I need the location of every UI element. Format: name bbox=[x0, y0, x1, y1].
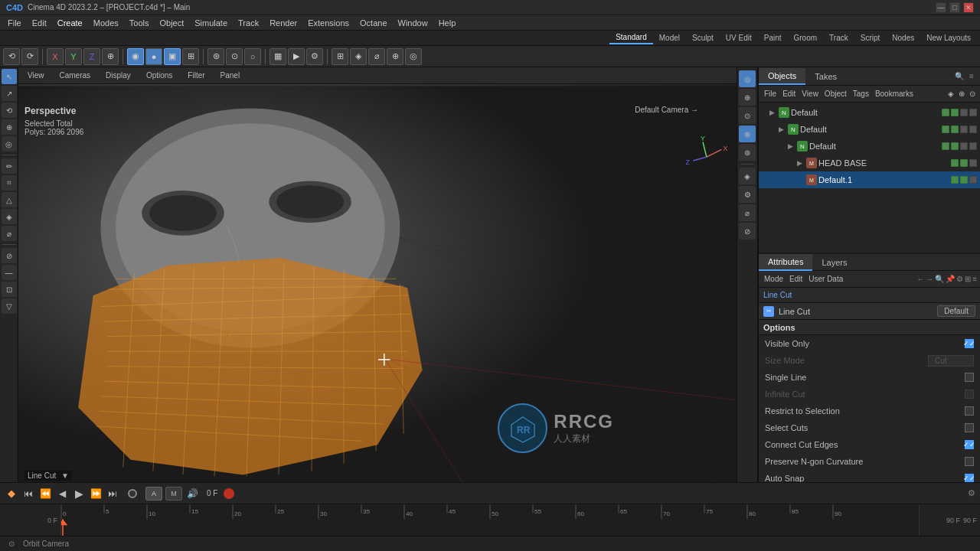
tab-layers[interactable]: Layers bbox=[812, 255, 856, 270]
attr-pin-icon[interactable]: 📌 bbox=[946, 275, 955, 283]
objects-menu-file[interactable]: File bbox=[762, 90, 779, 98]
menu-help[interactable]: Help bbox=[434, 17, 461, 29]
grab-tool[interactable]: ▽ bbox=[2, 298, 17, 314]
object-row-default-5[interactable]: M Default.1 bbox=[759, 171, 980, 188]
play-button[interactable]: ▶ bbox=[72, 487, 86, 500]
obj-sq-2[interactable] bbox=[969, 126, 977, 133]
obj-lock-1[interactable] bbox=[960, 109, 968, 116]
objects-menu-edit[interactable]: Edit bbox=[780, 90, 798, 98]
attr-expand-icon[interactable]: ⊞ bbox=[965, 275, 971, 283]
attr-menu-icon[interactable]: ≡ bbox=[972, 275, 977, 283]
bridge-tool[interactable]: ⌗ bbox=[2, 175, 17, 191]
record-button[interactable] bbox=[126, 487, 139, 500]
layout-paint[interactable]: Paint bbox=[758, 32, 788, 44]
layout-groom[interactable]: Groom bbox=[788, 32, 824, 44]
obj-sq-1[interactable] bbox=[969, 109, 977, 116]
smooth-tool[interactable]: ⊡ bbox=[2, 282, 17, 297]
display-button[interactable]: ○ bbox=[244, 48, 261, 65]
obj-vis-3[interactable] bbox=[942, 142, 949, 150]
obj-lock-2[interactable] bbox=[960, 126, 968, 133]
vp-menu-cameras[interactable]: Cameras bbox=[55, 70, 96, 81]
layout-uvedit[interactable]: UV Edit bbox=[720, 32, 758, 44]
layout-nodes[interactable]: Nodes bbox=[886, 32, 920, 44]
rs-options[interactable]: ⚙ bbox=[739, 186, 756, 203]
menu-create[interactable]: Create bbox=[53, 17, 87, 29]
layout-standard[interactable]: Standard bbox=[609, 31, 653, 44]
breadcrumb-linecut[interactable]: Line Cut bbox=[763, 291, 792, 299]
opt-check-connect-edges[interactable]: ✓ bbox=[965, 440, 974, 449]
opt-check-visible-only[interactable]: ✓ bbox=[965, 339, 974, 348]
object-row-default-3[interactable]: ▶ N Default bbox=[759, 138, 980, 155]
vp-menu-options[interactable]: Options bbox=[142, 70, 177, 81]
objects-menu-bookmarks[interactable]: Bookmarks bbox=[873, 90, 916, 98]
menu-tools[interactable]: Tools bbox=[125, 17, 154, 29]
object-row-default-1[interactable]: ▶ N Default bbox=[759, 104, 980, 121]
opt-check-restrict[interactable] bbox=[965, 406, 974, 416]
layout-model[interactable]: Model bbox=[653, 32, 686, 44]
scale-tool[interactable]: ⊕ bbox=[2, 119, 17, 135]
coord-button[interactable]: ⊕ bbox=[102, 48, 119, 65]
next-frame-button[interactable]: ⏩ bbox=[89, 487, 103, 500]
obj-render-headbase[interactable] bbox=[960, 159, 968, 167]
select-tool[interactable]: ↖ bbox=[2, 69, 17, 84]
obj-lock-headbase[interactable] bbox=[969, 159, 977, 167]
panel-search-icon[interactable]: 🔍 bbox=[954, 71, 965, 82]
settings-button[interactable]: ⚙ bbox=[306, 48, 323, 65]
timeline-track-area[interactable]: 0 F 0 5 10 15 20 bbox=[0, 504, 980, 536]
animate-mode-button[interactable]: A bbox=[145, 487, 162, 500]
go-start-button[interactable]: ⏮ bbox=[21, 487, 35, 500]
render-button[interactable]: ▦ bbox=[270, 48, 286, 65]
menu-simulate[interactable]: Simulate bbox=[190, 17, 232, 29]
attr-settings-icon[interactable]: ⚙ bbox=[956, 275, 963, 283]
minimize-button[interactable]: — bbox=[936, 2, 946, 13]
obj-vis-headbase[interactable] bbox=[951, 159, 959, 167]
objects-menu-object[interactable]: Object bbox=[822, 90, 849, 98]
close-button[interactable]: ✕ bbox=[963, 2, 974, 13]
axis-y-button[interactable]: Y bbox=[65, 48, 82, 65]
objects-icon-1[interactable]: ◈ bbox=[946, 90, 956, 98]
move-tool[interactable]: ↗ bbox=[2, 86, 17, 101]
keyframe-button[interactable]: ◆ bbox=[5, 487, 18, 500]
menu-window[interactable]: Window bbox=[394, 17, 433, 29]
menu-modes[interactable]: Modes bbox=[89, 17, 123, 29]
attr-menu-mode[interactable]: Mode bbox=[762, 275, 786, 283]
obj-render-1[interactable] bbox=[951, 109, 959, 116]
obj-lock-5[interactable] bbox=[969, 176, 977, 184]
extrude-tool[interactable]: ◈ bbox=[2, 209, 17, 224]
vp-menu-filter[interactable]: Filter bbox=[183, 70, 209, 81]
poly-pen-tool[interactable]: ✏ bbox=[2, 158, 17, 174]
go-end-button[interactable]: ⏭ bbox=[106, 487, 119, 500]
bevel-tool[interactable]: ⌀ bbox=[2, 226, 17, 241]
timeline-settings[interactable]: ⚙ bbox=[968, 488, 975, 498]
opt-check-select-cuts[interactable] bbox=[965, 423, 974, 432]
attr-menu-userdata[interactable]: User Data bbox=[806, 275, 845, 283]
vp-menu-view[interactable]: View bbox=[23, 70, 49, 81]
menu-extensions[interactable]: Extensions bbox=[303, 17, 354, 29]
obj-vis-5[interactable] bbox=[951, 176, 959, 184]
vp-menu-display[interactable]: Display bbox=[101, 70, 136, 81]
rotate-tool[interactable]: ⟲ bbox=[2, 103, 17, 118]
maximize-button[interactable]: □ bbox=[949, 2, 960, 13]
tab-attributes[interactable]: Attributes bbox=[759, 254, 812, 271]
camera-button[interactable]: ⊞ bbox=[332, 48, 348, 65]
obj-sq-3[interactable] bbox=[969, 142, 977, 150]
sculpt-tool[interactable]: — bbox=[2, 265, 17, 280]
opt-check-infinite-cut[interactable] bbox=[965, 390, 974, 399]
opt-check-single-line[interactable] bbox=[965, 373, 974, 382]
row-arrow-4[interactable]: ▶ bbox=[797, 159, 805, 167]
attr-forward-icon[interactable]: → bbox=[926, 275, 933, 283]
rs-uv-mode[interactable]: ⊛ bbox=[739, 144, 756, 161]
edge-mode-button[interactable]: ⊞ bbox=[182, 48, 199, 65]
model-mode-button[interactable]: ◉ bbox=[127, 48, 144, 65]
obj-vis-1[interactable] bbox=[942, 109, 949, 116]
row-arrow-1[interactable]: ▶ bbox=[769, 109, 777, 116]
tab-objects[interactable]: Objects bbox=[759, 68, 805, 85]
tab-takes[interactable]: Takes bbox=[805, 69, 846, 84]
axis-x-button[interactable]: X bbox=[47, 48, 64, 65]
objects-icon-2[interactable]: ⊕ bbox=[957, 90, 966, 98]
undo-button[interactable]: ⟲ bbox=[3, 48, 20, 65]
deformer-button[interactable]: ⊕ bbox=[387, 48, 403, 65]
objects-menu-tags[interactable]: Tags bbox=[851, 90, 871, 98]
object-row-headbase[interactable]: ▶ M HEAD BASE bbox=[759, 155, 980, 171]
transform-tool[interactable]: ◎ bbox=[2, 136, 17, 152]
